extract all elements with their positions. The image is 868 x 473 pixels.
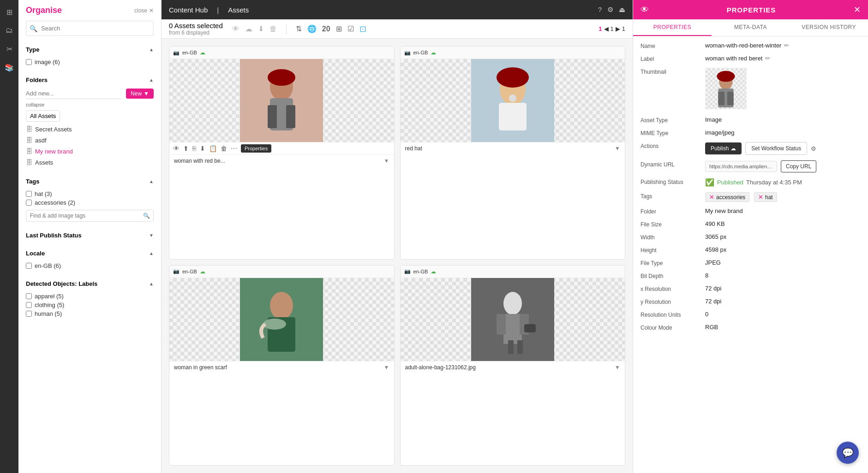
asset-card-1[interactable]: 📷 en-GB ☁ 👁 ⬆ ⎘ ⬇ 📋 � [169, 46, 395, 260]
x-res-value: 72 dpi [705, 285, 861, 292]
app-header-icons: ? ⚙ ⏏ [598, 6, 625, 14]
name-edit-icon[interactable]: ✏ [784, 42, 789, 49]
asset-chevron-3[interactable]: ▼ [384, 364, 389, 371]
help-icon[interactable]: ? [598, 6, 602, 14]
properties-close-button[interactable]: ✕ [854, 5, 861, 15]
detected-clothing-input[interactable] [26, 302, 32, 308]
asset-card-3[interactable]: 📷 en-GB ☁ woman in green scarf ▼ [169, 265, 395, 466]
tag-accessories-input[interactable] [26, 200, 32, 206]
detected-apparel-label: apparel (5) [35, 293, 64, 300]
type-image-checkbox[interactable]: image (6) [26, 58, 154, 66]
folder-asdf[interactable]: 🗄 asdf [26, 135, 154, 146]
detected-apparel-input[interactable] [26, 293, 32, 299]
tag-hat-checkbox[interactable]: hat (3) [26, 189, 154, 198]
last-publish-header[interactable]: Last Publish Status ▼ [26, 229, 154, 242]
settings-icon[interactable]: ⚙ [607, 6, 613, 14]
new-folder-button[interactable]: New ▼ [126, 89, 154, 99]
nav-book-icon[interactable]: 📚 [2, 60, 17, 75]
published-label: Published [717, 179, 743, 186]
nav-tools-icon[interactable]: ✂ [2, 41, 17, 56]
tab-properties[interactable]: PROPERTIES [633, 19, 712, 36]
detected-section-content: apparel (5) clothing (5) human (5) [26, 290, 154, 320]
asset-chevron-2[interactable]: ▼ [615, 145, 620, 152]
logout-icon[interactable]: ⏏ [619, 6, 625, 14]
copy-action-icon-1[interactable]: ⎘ [192, 145, 196, 152]
nav-filter-icon[interactable]: 🗂 [2, 23, 17, 38]
locale-en-gb-input[interactable] [26, 263, 32, 269]
upload-icon[interactable]: ☁ [245, 24, 252, 33]
detected-human-checkbox[interactable]: human (5) [26, 309, 154, 318]
asset-card-4[interactable]: 📷 en-GB ☁ adult-alone-bag-1231062.jpg [400, 265, 626, 466]
asset-card-2-header: 📷 en-GB ☁ [401, 47, 625, 59]
next-page-icon[interactable]: ▶ [616, 25, 620, 32]
sidebar-close-button[interactable]: close ✕ [134, 7, 154, 14]
detected-human-input[interactable] [26, 311, 32, 317]
tag-accessories-remove[interactable]: ✕ [709, 194, 714, 201]
locale-section-header[interactable]: Locale ▲ [26, 247, 154, 260]
folder-my-new-brand[interactable]: 🗄 My new brand [26, 146, 154, 157]
type-chevron-icon: ▲ [149, 47, 154, 52]
prev-page-icon[interactable]: ◀ [604, 25, 609, 32]
detected-section-header[interactable]: Detected Objects: Labels ▲ [26, 278, 154, 290]
folders-section: Folders ▲ New ▼ collapse All Assets 🗄 Se… [26, 74, 154, 170]
type-section-header[interactable]: Type ▲ [26, 43, 154, 56]
folder-secret-assets[interactable]: 🗄 Secret Assets [26, 124, 154, 135]
topbar-right: 1 ◀ 1 ▶ 1 [599, 25, 625, 32]
app-title: Content Hub [169, 6, 208, 14]
detected-apparel-checkbox[interactable]: apparel (5) [26, 292, 154, 301]
tags-section: Tags ▲ hat (3) accessories (2) 🔍 [26, 175, 154, 224]
chat-bubble-button[interactable]: 💬 [837, 442, 859, 464]
more-icon-1[interactable]: ⋯ [231, 145, 237, 152]
download-icon[interactable]: ⬇ [258, 24, 264, 33]
delete-action-icon-1[interactable]: 🗑 [221, 145, 227, 152]
collapse-link[interactable]: collapse [26, 102, 154, 107]
nav-grid-icon[interactable]: ⊞ [2, 5, 17, 19]
thumbnail-value [705, 68, 861, 111]
type-image-input[interactable] [26, 59, 32, 65]
last-publish-label: Last Publish Status [26, 232, 82, 239]
globe-icon[interactable]: 🌐 [307, 24, 317, 33]
upload-action-icon-1[interactable]: ⬆ [183, 145, 189, 152]
copy-url-button[interactable]: Copy URL [781, 160, 816, 172]
workflow-gear-icon[interactable]: ⚙ [811, 145, 816, 152]
svg-rect-4 [268, 105, 277, 128]
svg-point-12 [270, 292, 293, 319]
edit-action-icon-1[interactable]: 📋 [209, 145, 217, 152]
close-icon[interactable]: ✕ [149, 7, 154, 14]
tab-meta-data[interactable]: META-DATA [712, 19, 790, 36]
delete-icon[interactable]: 🗑 [269, 25, 277, 33]
folder-all-assets[interactable]: All Assets [26, 110, 60, 122]
camera-icon-2: 📷 [404, 50, 411, 56]
count-label: 20 [322, 25, 330, 33]
grid-view-icon[interactable]: ⊞ [336, 24, 342, 33]
sort-icon[interactable]: ⇅ [296, 24, 302, 33]
eye-panel-icon: 👁 [641, 5, 649, 15]
download-action-icon-1[interactable]: ⬇ [200, 145, 205, 152]
folder-add-input[interactable] [26, 88, 122, 99]
folder-my-new-brand-label: My new brand [35, 148, 73, 155]
tag-hat-input[interactable] [26, 191, 32, 197]
tags-find-input[interactable] [26, 210, 154, 222]
workflow-button[interactable]: Set Workflow Status [745, 142, 807, 155]
search-input[interactable] [26, 21, 154, 36]
tags-prop-label: Tags [641, 192, 705, 200]
tag-hat-remove[interactable]: ✕ [758, 194, 763, 201]
label-edit-icon[interactable]: ✏ [765, 55, 770, 62]
main-area: Content Hub | Assets ? ⚙ ⏏ 0 Assets sele… [162, 0, 633, 473]
eye-icon[interactable]: 👁 [232, 25, 239, 33]
select-all-icon[interactable]: ⊡ [359, 24, 366, 34]
preview-icon-1[interactable]: 👁 [173, 145, 180, 152]
locale-en-gb-checkbox[interactable]: en-GB (6) [26, 261, 154, 270]
asset-card-2[interactable]: 📷 en-GB ☁ red hat ▼ [400, 46, 626, 260]
tags-section-header[interactable]: Tags ▲ [26, 175, 154, 188]
publish-button[interactable]: Publish ☁ [705, 142, 742, 154]
check-icon[interactable]: ☑ [347, 24, 354, 33]
asset-chevron-4[interactable]: ▼ [615, 364, 620, 371]
detected-clothing-checkbox[interactable]: clothing (5) [26, 301, 154, 309]
tag-accessories-checkbox[interactable]: accessories (2) [26, 198, 154, 207]
dynamic-url-input[interactable] [705, 161, 777, 172]
folder-assets[interactable]: 🗄 Assets [26, 157, 154, 168]
folders-section-header[interactable]: Folders ▲ [26, 74, 154, 86]
tab-version-history[interactable]: VERSION HISTORY [790, 19, 868, 36]
asset-chevron-1[interactable]: ▼ [384, 158, 389, 164]
